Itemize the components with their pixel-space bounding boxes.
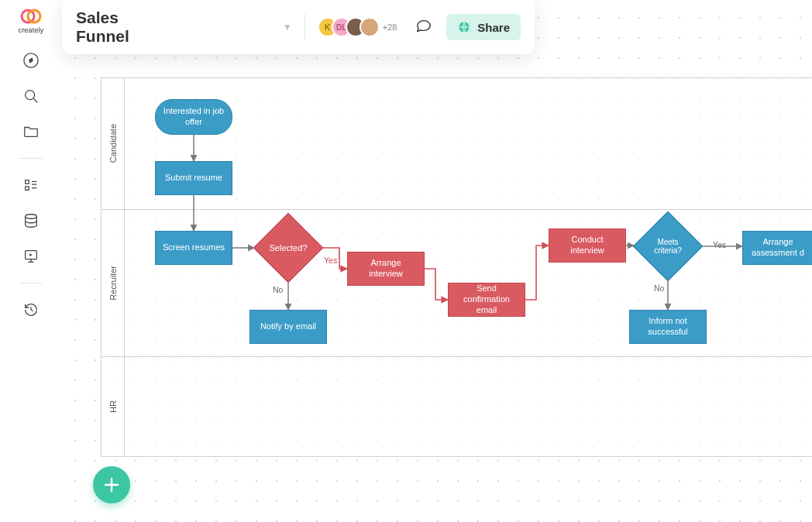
svg-marker-3 [29, 57, 33, 63]
node-meets-criteria-decision[interactable]: Meets criteria? [643, 222, 693, 271]
edge-label-selected-yes: Yes [324, 256, 337, 265]
divider [304, 14, 305, 40]
document-title[interactable]: Sales Funnel [76, 9, 174, 46]
presentation-icon[interactable] [22, 247, 40, 266]
history-icon[interactable] [22, 300, 40, 319]
collaborator-avatars[interactable]: K DL +28 [318, 17, 397, 37]
node-inform-not-successful[interactable]: Inform not successful [629, 310, 707, 344]
brand-logo[interactable]: creately [18, 8, 43, 34]
svg-point-11 [26, 215, 37, 219]
node-arrange-assessment[interactable]: Arrange assessment d [742, 231, 812, 265]
node-notify-email[interactable]: Notify by email [249, 310, 327, 344]
avatar[interactable] [360, 17, 380, 37]
lane-header[interactable]: Recruiter [102, 210, 125, 356]
svg-rect-7 [26, 187, 29, 191]
database-icon[interactable] [22, 211, 40, 230]
share-label: Share [477, 21, 510, 34]
node-interested[interactable]: Interested in job offer [155, 99, 232, 135]
lane-header[interactable]: HR [102, 357, 125, 456]
node-selected-decision[interactable]: Selected? [263, 223, 313, 273]
topbar: Sales Funnel ▼ K DL +28 Share [62, 0, 535, 54]
node-send-confirmation[interactable]: Send confirmation email [448, 283, 525, 317]
edge-label-selected-no: No [273, 285, 283, 294]
folder-icon[interactable] [22, 122, 40, 141]
svg-marker-15 [29, 253, 33, 256]
lane-header[interactable]: Candidate [102, 78, 125, 209]
add-button[interactable] [93, 466, 130, 503]
blocks-icon[interactable] [22, 176, 40, 194]
compass-icon[interactable] [22, 51, 40, 70]
left-rail: creately [0, 0, 62, 522]
chevron-down-icon[interactable]: ▼ [283, 22, 292, 33]
svg-line-5 [33, 98, 37, 102]
comment-icon[interactable] [415, 18, 432, 36]
divider [19, 283, 43, 283]
search-icon[interactable] [22, 87, 40, 105]
node-submit-resume[interactable]: Submit resume [155, 161, 232, 195]
lane-body [125, 357, 812, 456]
main-area: Sales Funnel ▼ K DL +28 Share Candidate [62, 0, 812, 522]
avatar-overflow-count[interactable]: +28 [383, 22, 397, 32]
svg-point-4 [26, 91, 35, 100]
brand-name: creately [18, 26, 43, 34]
divider [19, 158, 43, 159]
node-screen-resumes[interactable]: Screen resumes [155, 231, 232, 265]
edge-label-criteria-yes: Yes [713, 240, 726, 249]
node-conduct-interview[interactable]: Conduct interview [549, 228, 626, 263]
edge-label-criteria-no: No [654, 283, 664, 293]
svg-rect-6 [26, 180, 29, 184]
lane-hr[interactable]: HR [101, 356, 812, 457]
share-button[interactable]: Share [446, 14, 521, 40]
diagram-canvas[interactable]: Candidate Recruiter HR Interested in job… [101, 77, 812, 507]
node-arrange-interview[interactable]: Arrange interview [347, 252, 425, 286]
